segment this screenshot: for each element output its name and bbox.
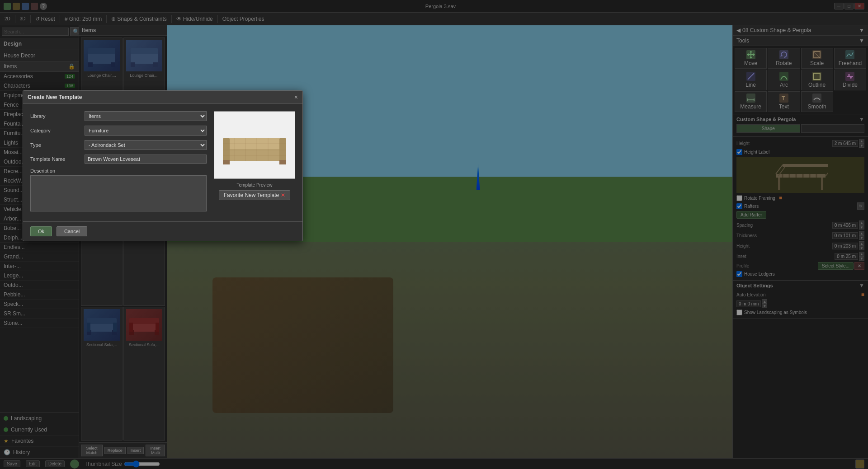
description-textarea[interactable] [30, 175, 207, 211]
loveseat-preview-svg [221, 125, 288, 165]
modal-create-template: Create New Template × Library Items Cate… [23, 90, 303, 241]
favorite-btn[interactable]: Favorite New Template ✕ [219, 190, 291, 200]
modal-footer: Ok Cancel [23, 221, 302, 241]
modal-overlay[interactable]: Create New Template × Library Items Cate… [0, 0, 868, 469]
template-name-input[interactable] [85, 155, 207, 164]
svg-rect-67 [279, 160, 286, 164]
type-select[interactable]: - Adirondack Set [85, 140, 207, 150]
category-select[interactable]: Furniture [85, 126, 207, 136]
modal-form: Library Items Category Furniture Type - … [30, 111, 207, 214]
modal-title-bar: Create New Template × [23, 91, 302, 104]
ok-btn[interactable]: Ok [30, 226, 52, 236]
svg-rect-64 [223, 138, 230, 161]
description-field: Description [30, 168, 207, 213]
modal-body: Library Items Category Furniture Type - … [23, 104, 302, 221]
type-label: Type [30, 142, 85, 148]
template-name-label: Template Name [30, 156, 85, 162]
modal-title: Create New Template [28, 94, 82, 100]
description-label: Description [30, 168, 207, 174]
library-select[interactable]: Items [85, 111, 207, 121]
library-label: Library [30, 113, 85, 119]
svg-rect-66 [223, 160, 230, 164]
category-row: Category Furniture [30, 126, 207, 136]
cancel-btn[interactable]: Cancel [57, 226, 87, 236]
preview-label: Template Preview [214, 183, 295, 188]
category-label: Category [30, 128, 85, 133]
svg-rect-65 [279, 138, 286, 161]
modal-preview-area: Template Preview Favorite New Template ✕ [214, 111, 295, 214]
svg-rect-62 [223, 147, 286, 161]
type-row: Type - Adirondack Set [30, 140, 207, 150]
template-name-row: Template Name [30, 155, 207, 164]
preview-box [214, 111, 295, 179]
modal-close-btn[interactable]: × [294, 94, 298, 101]
library-row: Library Items [30, 111, 207, 121]
favorite-label: Favorite New Template [224, 192, 279, 198]
favorite-x-icon: ✕ [281, 192, 285, 198]
